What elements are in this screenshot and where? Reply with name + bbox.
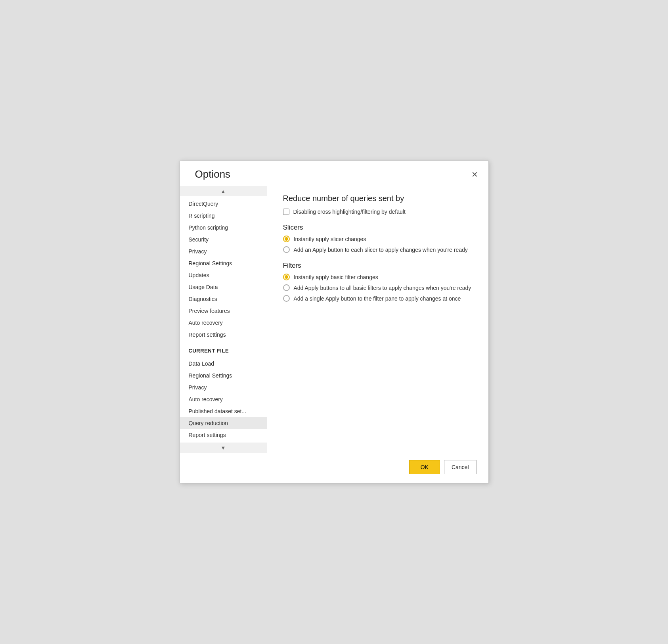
filter-radio-label-1: Add Apply buttons to all basic filters t… (294, 285, 471, 291)
cancel-button[interactable]: Cancel (444, 460, 477, 474)
checkbox-cross-highlight-label[interactable]: Disabling cross highlighting/filtering b… (293, 209, 406, 215)
filter-radio-row-0: Instantly apply basic filter changes (283, 274, 473, 280)
sidebar: ▲ DirectQueryR scriptingPython scripting… (180, 182, 267, 453)
sidebar-item-current-5[interactable]: Query reduction (180, 417, 267, 429)
slicer-radio-0[interactable] (283, 236, 290, 242)
global-nav: DirectQueryR scriptingPython scriptingSe… (180, 196, 267, 342)
sidebar-item-global-0[interactable]: DirectQuery (180, 198, 267, 210)
sidebar-item-global-4[interactable]: Privacy (180, 245, 267, 257)
sidebar-item-global-7[interactable]: Usage Data (180, 281, 267, 293)
slicer-radio-row-1: Add an Apply button to each slicer to ap… (283, 246, 473, 253)
scroll-up-button[interactable]: ▲ (180, 186, 267, 196)
filters-heading: Filters (283, 262, 473, 270)
sidebar-item-global-10[interactable]: Auto recovery (180, 317, 267, 329)
sidebar-item-global-8[interactable]: Diagnostics (180, 293, 267, 305)
sidebar-item-global-3[interactable]: Security (180, 234, 267, 245)
sidebar-item-global-2[interactable]: Python scripting (180, 222, 267, 234)
sidebar-item-global-11[interactable]: Report settings (180, 329, 267, 341)
dialog-body: ▲ DirectQueryR scriptingPython scripting… (180, 182, 488, 453)
ok-button[interactable]: OK (409, 460, 440, 474)
sidebar-item-global-6[interactable]: Updates (180, 269, 267, 281)
filter-radio-1[interactable] (283, 284, 290, 291)
filter-radio-2[interactable] (283, 295, 290, 302)
sidebar-item-current-0[interactable]: Data Load (180, 358, 267, 370)
sidebar-item-global-1[interactable]: R scripting (180, 210, 267, 222)
sidebar-item-current-3[interactable]: Auto recovery (180, 393, 267, 405)
sidebar-item-current-2[interactable]: Privacy (180, 381, 267, 393)
content-panel: Reduce number of queries sent by Disabli… (267, 182, 488, 453)
titlebar: Options ✕ (180, 161, 488, 182)
scroll-down-button[interactable]: ▼ (180, 443, 267, 453)
current-file-label: CURRENT FILE (180, 342, 267, 356)
sidebar-item-global-9[interactable]: Preview features (180, 305, 267, 317)
slicer-radio-1[interactable] (283, 246, 290, 253)
filter-radio-label-2: Add a single Apply button to the filter … (294, 295, 461, 302)
sidebar-scroll[interactable]: DirectQueryR scriptingPython scriptingSe… (180, 196, 267, 443)
checkbox-cross-highlight-row: Disabling cross highlighting/filtering b… (283, 209, 473, 215)
slicers-heading: Slicers (283, 224, 473, 232)
filter-radio-label-0: Instantly apply basic filter changes (294, 274, 378, 280)
slicer-radio-row-0: Instantly apply slicer changes (283, 236, 473, 242)
close-button[interactable]: ✕ (469, 170, 480, 179)
dialog-title: Options (195, 168, 231, 180)
sidebar-item-current-6[interactable]: Report settings (180, 429, 267, 441)
dialog-footer: OK Cancel (180, 453, 488, 483)
slicer-radio-label-1: Add an Apply button to each slicer to ap… (294, 247, 468, 253)
checkbox-cross-highlight[interactable] (283, 209, 289, 215)
sidebar-item-current-1[interactable]: Regional Settings (180, 370, 267, 381)
filter-radio-row-2: Add a single Apply button to the filter … (283, 295, 473, 302)
sidebar-item-global-5[interactable]: Regional Settings (180, 257, 267, 269)
slicer-radio-label-0: Instantly apply slicer changes (294, 236, 366, 242)
content-heading: Reduce number of queries sent by (283, 194, 473, 203)
options-dialog: Options ✕ ▲ DirectQueryR scriptingPython… (180, 161, 489, 483)
current-file-nav: Data LoadRegional SettingsPrivacyAuto re… (180, 356, 267, 443)
filter-radio-0[interactable] (283, 274, 290, 280)
sidebar-item-current-4[interactable]: Published dataset set... (180, 405, 267, 417)
filter-radio-row-1: Add Apply buttons to all basic filters t… (283, 284, 473, 291)
